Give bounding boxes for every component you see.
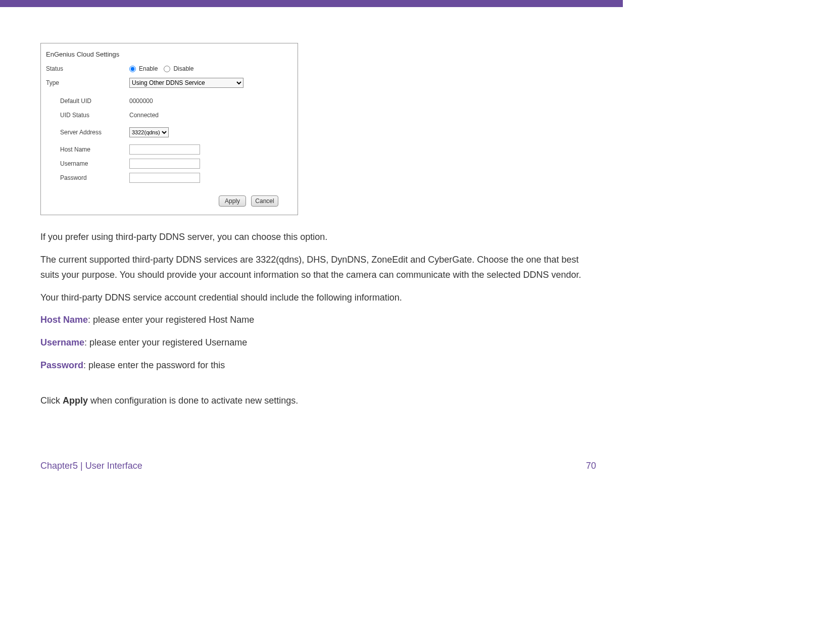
password-input[interactable] bbox=[129, 173, 200, 183]
doc-password-line: Password: please enter the password for … bbox=[40, 358, 596, 373]
host-name-desc: : please enter your registered Host Name bbox=[88, 315, 254, 325]
doc-paragraph-1: If you prefer using third-party DDNS ser… bbox=[40, 229, 596, 245]
type-select[interactable]: Using Other DDNS Service bbox=[129, 78, 243, 88]
row-username: Username bbox=[46, 158, 292, 169]
row-default-uid: Default UID 0000000 bbox=[46, 95, 292, 107]
uid-status-value: Connected bbox=[129, 112, 159, 119]
doc-username-line: Username: please enter your registered U… bbox=[40, 335, 596, 351]
host-name-input[interactable] bbox=[129, 144, 200, 155]
documentation-text: If you prefer using third-party DDNS ser… bbox=[40, 229, 596, 409]
host-name-label: Host Name bbox=[46, 146, 129, 153]
button-row: Apply Cancel bbox=[46, 195, 292, 207]
status-enable-label: Enable bbox=[139, 65, 158, 72]
apply-bold: Apply bbox=[63, 395, 88, 406]
row-server-address: Server Address 3322(qdns) bbox=[46, 127, 292, 138]
username-label: Username bbox=[46, 160, 129, 167]
server-address-label: Server Address bbox=[46, 129, 129, 136]
password-label: Password bbox=[46, 174, 129, 181]
row-password: Password bbox=[46, 172, 292, 183]
default-uid-label: Default UID bbox=[46, 97, 129, 105]
status-enable-radio[interactable] bbox=[129, 66, 136, 72]
footer-chapter: Chapter5 | User Interface bbox=[40, 461, 142, 471]
footer-page-number: 70 bbox=[586, 461, 596, 471]
username-term: Username bbox=[40, 337, 84, 348]
username-input[interactable] bbox=[129, 159, 200, 169]
password-desc: : please enter the password for this bbox=[83, 360, 225, 370]
row-type: Type Using Other DDNS Service bbox=[46, 77, 292, 88]
status-radio-group: Enable Disable bbox=[129, 65, 198, 72]
host-name-term: Host Name bbox=[40, 315, 88, 325]
header-bar bbox=[0, 0, 623, 7]
settings-panel: EnGenius Cloud Settings Status Enable Di… bbox=[40, 43, 298, 215]
server-address-select[interactable]: 3322(qdns) bbox=[129, 127, 169, 137]
row-status: Status Enable Disable bbox=[46, 63, 292, 74]
apply-button[interactable]: Apply bbox=[219, 195, 246, 207]
doc-paragraph-3: Your third-party DDNS service account cr… bbox=[40, 290, 596, 306]
password-term: Password bbox=[40, 360, 83, 370]
status-disable-label: Disable bbox=[173, 65, 193, 72]
uid-status-label: UID Status bbox=[46, 112, 129, 119]
doc-host-name-line: Host Name: please enter your registered … bbox=[40, 312, 596, 328]
panel-title: EnGenius Cloud Settings bbox=[46, 51, 292, 58]
row-host-name: Host Name bbox=[46, 144, 292, 155]
doc-paragraph-2: The current supported third-party DDNS s… bbox=[40, 252, 596, 283]
apply-post: when configuration is done to activate n… bbox=[88, 395, 298, 406]
status-disable-radio[interactable] bbox=[164, 66, 170, 72]
row-uid-status: UID Status Connected bbox=[46, 110, 292, 121]
doc-apply-line: Click Apply when configuration is done t… bbox=[40, 393, 596, 409]
type-label: Type bbox=[46, 79, 129, 86]
username-desc: : please enter your registered Username bbox=[84, 337, 247, 348]
cancel-button[interactable]: Cancel bbox=[251, 195, 278, 207]
page-content: EnGenius Cloud Settings Status Enable Di… bbox=[40, 43, 596, 416]
apply-pre: Click bbox=[40, 395, 63, 406]
status-label: Status bbox=[46, 65, 129, 72]
default-uid-value: 0000000 bbox=[129, 97, 153, 105]
page-footer: Chapter5 | User Interface 70 bbox=[40, 461, 596, 471]
